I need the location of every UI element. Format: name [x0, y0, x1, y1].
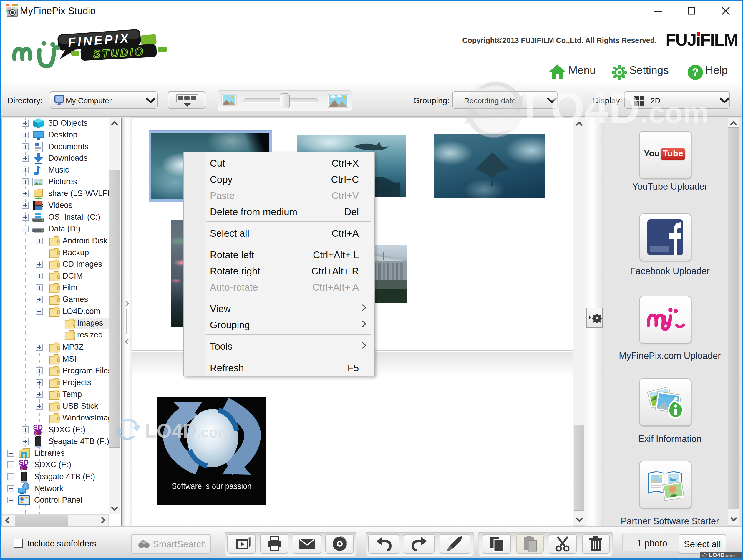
svg-text:Software is our passion: Software is our passion — [172, 481, 251, 491]
svg-text:STUDIO: STUDIO — [93, 45, 145, 60]
svg-text:?: ? — [692, 66, 699, 78]
